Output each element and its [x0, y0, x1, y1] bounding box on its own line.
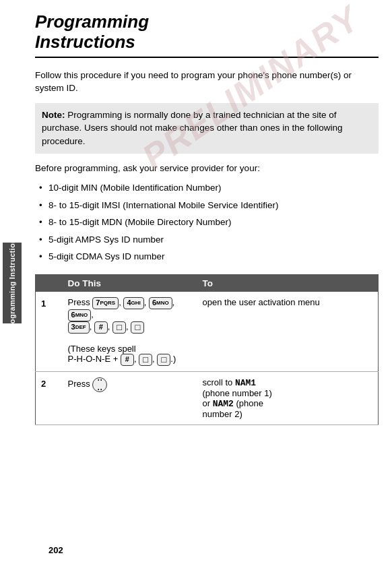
key-4: 4GHI	[123, 297, 143, 309]
page-number: 202	[48, 545, 63, 555]
sidebar-tab: Programming Instructions	[3, 243, 22, 323]
col-header-to: To	[197, 274, 379, 292]
key-sq2: □	[131, 321, 144, 334]
key-7: 7PQRS	[92, 297, 119, 309]
step-number: 2	[36, 371, 63, 425]
key-6b: 6MNO	[68, 309, 92, 321]
list-item: 8- to 15-digit IMSI (International Mobil…	[35, 199, 379, 212]
sidebar-label: Programming Instructions	[8, 234, 16, 332]
note-text: Programming is normally done by a traine…	[42, 110, 343, 146]
intro-paragraph: Follow this procedure if you need to pro…	[35, 69, 379, 95]
key-hash2: #	[121, 354, 134, 366]
main-content: PRELIMINARY Programming Instructions Fol…	[24, 0, 392, 566]
note-label: Note:	[42, 110, 65, 120]
table-row: 2 Press ⋅⋅⋅⋅ scroll to NAM1 (phone numbe…	[36, 371, 379, 425]
sidebar: Programming Instructions	[0, 0, 24, 566]
nam1-text: NAM1	[235, 378, 256, 388]
col-header-do-this: Do This	[63, 274, 197, 292]
key-6a: 6MNO	[149, 297, 172, 309]
list-item: 5-digit CDMA Sys ID number	[35, 250, 379, 263]
to-cell-1: open the user activation menu	[197, 292, 379, 372]
step-number: 1	[36, 292, 63, 372]
page-title: Programming Instructions	[35, 12, 379, 53]
table-header-row: Do This To	[36, 274, 379, 292]
before-text: Before programming, ask your service pro…	[35, 162, 379, 175]
col-header-step	[36, 274, 63, 292]
title-divider	[35, 57, 379, 58]
list-item: 10-digit MIN (Mobile Identification Numb…	[35, 181, 379, 195]
press-label: Press	[68, 297, 93, 307]
instruction-table: Do This To 1 Press 7PQRS, 4GHI, 6MNO, 6M…	[35, 274, 379, 425]
key-sq3: □	[139, 354, 152, 366]
key-hash: #	[94, 321, 108, 334]
key-sq1: □	[112, 321, 126, 334]
nav-dots-icon: ⋅⋅⋅⋅	[97, 375, 102, 394]
to-cell-2: scroll to NAM1 (phone number 1) or NAM2 …	[197, 371, 379, 425]
press-label-2: Press	[68, 379, 93, 389]
nam2-text: NAM2	[213, 399, 234, 409]
list-item: 5-digit AMPS Sys ID number	[35, 233, 379, 247]
note-block: Note: Programming is normally done by a …	[35, 103, 379, 154]
list-item: 8- to 15-digit MDN (Mobile Directory Num…	[35, 216, 379, 229]
key-sq4: □	[157, 354, 170, 366]
table-row: 1 Press 7PQRS, 4GHI, 6MNO, 6MNO, 3DEF, #…	[36, 292, 379, 372]
nav-key: ⋅⋅⋅⋅	[92, 377, 107, 392]
key-3: 3DEF	[68, 321, 90, 334]
bullet-list: 10-digit MIN (Mobile Identification Numb…	[35, 181, 379, 263]
do-this-cell-2: Press ⋅⋅⋅⋅	[63, 371, 197, 425]
do-this-cell: Press 7PQRS, 4GHI, 6MNO, 6MNO, 3DEF, #, …	[63, 292, 197, 372]
